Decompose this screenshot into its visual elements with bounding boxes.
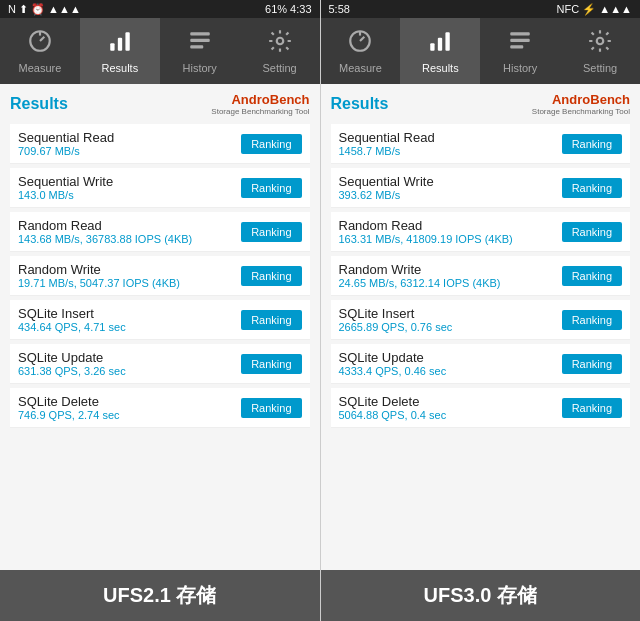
left-nav-results-label: Results <box>101 62 138 74</box>
table-row: Random Write 19.71 MB/s, 5047.37 IOPS (4… <box>10 256 310 296</box>
right-brand-bench: Bench <box>590 92 630 107</box>
left-brand-bench: Bench <box>270 92 310 107</box>
benchmark-value: 163.31 MB/s, 41809.19 IOPS (4KB) <box>339 233 513 245</box>
benchmark-info: SQLite Update 631.38 QPS, 3.26 sec <box>18 350 126 377</box>
right-content: Results AndroBench Storage Benchmarking … <box>321 84 641 570</box>
svg-point-9 <box>276 38 283 45</box>
benchmark-value: 5064.88 QPS, 0.4 sec <box>339 409 447 421</box>
benchmark-value: 4333.4 QPS, 0.46 sec <box>339 365 447 377</box>
right-nav-results-label: Results <box>422 62 459 74</box>
benchmark-name: Sequential Write <box>339 174 434 189</box>
ranking-button[interactable]: Ranking <box>241 310 301 330</box>
svg-rect-6 <box>190 32 210 35</box>
right-nav-measure[interactable]: Measure <box>321 18 401 84</box>
svg-rect-15 <box>446 32 450 50</box>
ranking-button[interactable]: Ranking <box>241 222 301 242</box>
left-results-title: Results <box>10 95 68 113</box>
svg-rect-4 <box>118 38 122 51</box>
svg-point-19 <box>597 38 604 45</box>
table-row: Random Write 24.65 MB/s, 6312.14 IOPS (4… <box>331 256 631 296</box>
benchmark-name: SQLite Update <box>18 350 126 365</box>
table-row: SQLite Update 631.38 QPS, 3.26 sec Ranki… <box>10 344 310 384</box>
table-row: Sequential Write 143.0 MB/s Ranking <box>10 168 310 208</box>
ranking-button[interactable]: Ranking <box>241 354 301 374</box>
benchmark-value: 434.64 QPS, 4.71 sec <box>18 321 126 333</box>
left-nav-setting-label: Setting <box>262 62 296 74</box>
right-status-bar: 5:58 NFC ⚡ ▲▲▲ <box>321 0 641 18</box>
left-content: Results AndroBench Storage Benchmarking … <box>0 84 320 570</box>
benchmark-value: 143.68 MB/s, 36783.88 IOPS (4KB) <box>18 233 192 245</box>
ranking-button[interactable]: Ranking <box>241 398 301 418</box>
ranking-button[interactable]: Ranking <box>562 134 622 154</box>
ranking-button[interactable]: Ranking <box>562 178 622 198</box>
svg-line-2 <box>40 37 44 41</box>
svg-rect-7 <box>190 39 210 42</box>
svg-rect-14 <box>438 38 442 51</box>
benchmark-info: SQLite Update 4333.4 QPS, 0.46 sec <box>339 350 447 377</box>
benchmark-value: 143.0 MB/s <box>18 189 113 201</box>
ranking-button[interactable]: Ranking <box>241 134 301 154</box>
benchmark-info: Random Read 163.31 MB/s, 41809.19 IOPS (… <box>339 218 513 245</box>
table-row: SQLite Delete 746.9 QPS, 2.74 sec Rankin… <box>10 388 310 428</box>
benchmark-name: Sequential Read <box>339 130 435 145</box>
right-nav-setting-label: Setting <box>583 62 617 74</box>
benchmark-name: SQLite Insert <box>18 306 126 321</box>
svg-rect-16 <box>510 32 530 35</box>
benchmark-info: Sequential Write 143.0 MB/s <box>18 174 113 201</box>
svg-rect-5 <box>125 32 129 50</box>
svg-rect-3 <box>110 43 114 51</box>
benchmark-name: Random Write <box>18 262 180 277</box>
right-nav-history[interactable]: History <box>480 18 560 84</box>
right-nav-measure-label: Measure <box>339 62 382 74</box>
benchmark-info: SQLite Insert 2665.89 QPS, 0.76 sec <box>339 306 453 333</box>
ranking-button[interactable]: Ranking <box>562 354 622 374</box>
left-status-left: N ⬆ ⏰ ▲▲▲ <box>8 3 81 16</box>
benchmark-name: Random Read <box>339 218 513 233</box>
ranking-button[interactable]: Ranking <box>562 310 622 330</box>
history-icon-right <box>507 28 533 58</box>
right-nav-history-label: History <box>503 62 537 74</box>
benchmark-value: 24.65 MB/s, 6312.14 IOPS (4KB) <box>339 277 501 289</box>
left-status-right: 61% 4:33 <box>265 3 311 15</box>
left-brand-andro: Andro <box>231 92 269 107</box>
setting-icon-right <box>587 28 613 58</box>
left-nav-results[interactable]: Results <box>80 18 160 84</box>
right-status-left: 5:58 <box>329 3 350 15</box>
left-nav-setting[interactable]: Setting <box>240 18 320 84</box>
benchmark-name: Random Read <box>18 218 192 233</box>
ranking-button[interactable]: Ranking <box>241 178 301 198</box>
benchmark-info: Sequential Write 393.62 MB/s <box>339 174 434 201</box>
ranking-button[interactable]: Ranking <box>241 266 301 286</box>
svg-line-12 <box>360 37 364 41</box>
ranking-button[interactable]: Ranking <box>562 266 622 286</box>
benchmark-info: Random Write 19.71 MB/s, 5047.37 IOPS (4… <box>18 262 180 289</box>
left-brand-logo: AndroBench Storage Benchmarking Tool <box>211 92 309 116</box>
left-nav-measure-label: Measure <box>19 62 62 74</box>
right-nav-setting[interactable]: Setting <box>560 18 640 84</box>
benchmark-value: 1458.7 MB/s <box>339 145 435 157</box>
left-nav-measure[interactable]: Measure <box>0 18 80 84</box>
right-bottom-label: UFS3.0 存储 <box>321 570 641 621</box>
left-nav-history[interactable]: History <box>160 18 240 84</box>
svg-rect-17 <box>510 39 530 42</box>
right-nav-results[interactable]: Results <box>400 18 480 84</box>
benchmark-name: SQLite Insert <box>339 306 453 321</box>
benchmark-name: Sequential Write <box>18 174 113 189</box>
table-row: Random Read 143.68 MB/s, 36783.88 IOPS (… <box>10 212 310 252</box>
right-brand-sub: Storage Benchmarking Tool <box>532 107 630 116</box>
benchmark-info: Sequential Read 1458.7 MB/s <box>339 130 435 157</box>
benchmark-value: 631.38 QPS, 3.26 sec <box>18 365 126 377</box>
benchmark-info: SQLite Insert 434.64 QPS, 4.71 sec <box>18 306 126 333</box>
benchmark-value: 709.67 MB/s <box>18 145 114 157</box>
left-results-header: Results AndroBench Storage Benchmarking … <box>10 92 310 116</box>
ranking-button[interactable]: Ranking <box>562 398 622 418</box>
ranking-button[interactable]: Ranking <box>562 222 622 242</box>
right-results-title: Results <box>331 95 389 113</box>
left-panel: N ⬆ ⏰ ▲▲▲ 61% 4:33 Measure Results Histo… <box>0 0 321 621</box>
right-status-right: NFC ⚡ ▲▲▲ <box>557 3 632 16</box>
benchmark-info: SQLite Delete 746.9 QPS, 2.74 sec <box>18 394 120 421</box>
benchmark-name: SQLite Delete <box>18 394 120 409</box>
benchmark-name: SQLite Delete <box>339 394 447 409</box>
results-icon-right <box>427 28 453 58</box>
right-panel: 5:58 NFC ⚡ ▲▲▲ Measure Results History <box>321 0 641 621</box>
